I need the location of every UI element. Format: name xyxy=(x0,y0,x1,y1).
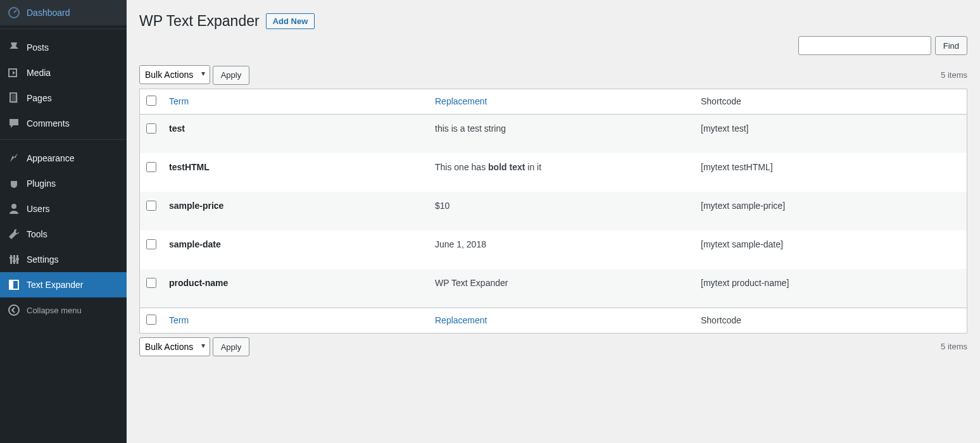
items-count-top: 5 items xyxy=(941,70,967,80)
cell-term[interactable]: sample-date xyxy=(163,230,429,269)
main-content: WP Text Expander Add New Find Bulk Actio… xyxy=(127,0,980,373)
pin-icon xyxy=(8,41,20,54)
appearance-icon xyxy=(8,152,20,165)
collapse-menu[interactable]: Collapse menu xyxy=(0,297,127,323)
row-checkbox[interactable] xyxy=(146,201,156,211)
cell-shortcode: [mytext sample-price] xyxy=(694,192,967,230)
column-footer-shortcode: Shortcode xyxy=(694,308,967,333)
row-checkbox[interactable] xyxy=(146,123,156,134)
dashboard-icon xyxy=(8,6,20,19)
comments-icon xyxy=(8,117,20,130)
cell-term[interactable]: sample-price xyxy=(163,192,429,230)
cell-shortcode: [mytext test] xyxy=(694,115,967,153)
column-footer-replacement[interactable]: Replacement xyxy=(435,315,487,325)
pages-icon xyxy=(8,92,20,104)
column-footer-term[interactable]: Term xyxy=(169,315,189,325)
items-count-bottom: 5 items xyxy=(941,342,967,351)
sidebar-item-text-expander[interactable]: Text Expander xyxy=(0,272,127,297)
column-header-replacement[interactable]: Replacement xyxy=(435,96,487,106)
sidebar-item-label: Users xyxy=(27,204,50,214)
svg-rect-12 xyxy=(9,280,13,289)
row-checkbox[interactable] xyxy=(146,239,156,249)
apply-button-top[interactable]: Apply xyxy=(213,66,250,85)
table-row: sample-price$10[mytext sample-price] xyxy=(140,192,967,230)
sidebar-item-media[interactable]: Media xyxy=(0,60,127,85)
sidebar-item-label: Tools xyxy=(27,229,47,239)
sidebar-item-plugins[interactable]: Plugins xyxy=(0,171,127,196)
sidebar-item-users[interactable]: Users xyxy=(0,196,127,222)
tools-icon xyxy=(8,228,20,240)
sidebar-item-label: Pages xyxy=(27,93,52,103)
sidebar-item-label: Settings xyxy=(27,254,59,265)
table-row: sample-dateJune 1, 2018[mytext sample-da… xyxy=(140,230,967,269)
column-header-term[interactable]: Term xyxy=(169,96,189,106)
sidebar-item-tools[interactable]: Tools xyxy=(0,222,127,247)
select-all-bottom[interactable] xyxy=(146,315,156,325)
cell-replacement: WP Text Expander xyxy=(429,269,694,308)
cell-shortcode: [mytext product-name] xyxy=(694,269,967,308)
row-checkbox[interactable] xyxy=(146,162,156,172)
settings-icon xyxy=(8,253,20,266)
cell-replacement: $10 xyxy=(429,192,694,230)
add-new-button[interactable]: Add New xyxy=(266,13,315,29)
cell-shortcode: [mytext sample-date] xyxy=(694,230,967,269)
page-title: WP Text Expander xyxy=(139,13,260,30)
media-icon xyxy=(8,66,20,79)
svg-rect-3 xyxy=(11,94,18,103)
terms-table: Term Replacement Shortcode testthis is a… xyxy=(139,89,967,334)
svg-rect-6 xyxy=(13,255,15,264)
sidebar-item-pages[interactable]: Pages xyxy=(0,85,127,111)
sidebar-item-label: Text Expander xyxy=(27,280,84,290)
sidebar-item-label: Appearance xyxy=(27,153,75,163)
cell-term[interactable]: product-name xyxy=(163,269,429,308)
sidebar-item-dashboard[interactable]: Dashboard xyxy=(0,0,127,25)
svg-rect-8 xyxy=(9,257,13,259)
cell-replacement: This one has bold text in it xyxy=(429,153,694,192)
sidebar-item-posts[interactable]: Posts xyxy=(0,35,127,60)
svg-point-4 xyxy=(11,204,16,209)
cell-term[interactable]: testHTML xyxy=(163,153,429,192)
bulk-actions-select[interactable]: Bulk Actions xyxy=(139,65,210,84)
svg-rect-10 xyxy=(16,258,19,260)
find-button[interactable]: Find xyxy=(935,36,967,55)
sidebar-item-label: Media xyxy=(27,68,51,78)
cell-term[interactable]: test xyxy=(163,115,429,153)
admin-sidebar: Dashboard Posts Media Pages Comments App… xyxy=(0,0,127,373)
svg-rect-5 xyxy=(10,255,12,264)
search-input[interactable] xyxy=(798,36,931,55)
apply-button-bottom[interactable]: Apply xyxy=(213,337,250,356)
sidebar-item-label: Dashboard xyxy=(27,8,70,18)
text-expander-icon xyxy=(8,278,20,291)
bulk-actions-select-bottom[interactable]: Bulk Actions xyxy=(139,337,210,356)
svg-point-13 xyxy=(9,305,19,315)
table-row: testHTMLThis one has bold text in it[myt… xyxy=(140,153,967,192)
sidebar-item-settings[interactable]: Settings xyxy=(0,247,127,272)
svg-rect-9 xyxy=(13,260,16,262)
users-icon xyxy=(8,203,20,215)
table-row: product-nameWP Text Expander[mytext prod… xyxy=(140,269,967,308)
sidebar-item-label: Posts xyxy=(27,42,49,53)
column-header-shortcode: Shortcode xyxy=(694,89,967,115)
cell-shortcode: [mytext testHTML] xyxy=(694,153,967,192)
sidebar-item-label: Comments xyxy=(27,118,70,128)
table-row: testthis is a test string[mytext test] xyxy=(140,115,967,153)
select-all-top[interactable] xyxy=(146,96,156,106)
cell-replacement: this is a test string xyxy=(429,115,694,153)
sidebar-item-comments[interactable]: Comments xyxy=(0,111,127,136)
collapse-label: Collapse menu xyxy=(27,306,82,315)
sidebar-item-appearance[interactable]: Appearance xyxy=(0,146,127,171)
cell-replacement: June 1, 2018 xyxy=(429,230,694,269)
collapse-icon xyxy=(8,304,20,316)
row-checkbox[interactable] xyxy=(146,278,156,288)
plugins-icon xyxy=(8,177,20,190)
sidebar-item-label: Plugins xyxy=(27,178,56,189)
